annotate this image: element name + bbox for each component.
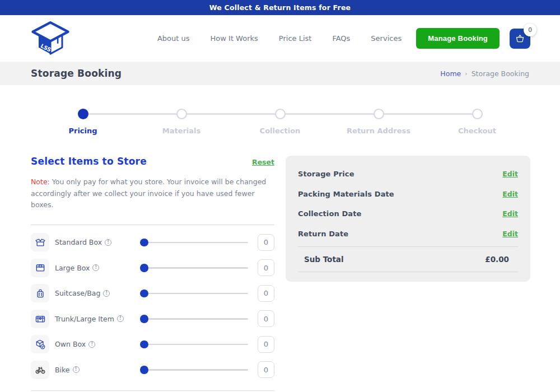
step-materials-label: Materials: [162, 127, 201, 135]
slider-thumb[interactable]: [140, 264, 148, 272]
edit-packing-materials-date-link[interactable]: Edit: [502, 190, 518, 198]
suitcase-slider[interactable]: [140, 289, 248, 298]
slider-thumb[interactable]: [140, 340, 148, 349]
info-icon[interactable]: !: [103, 290, 110, 297]
suitcase-qty-input[interactable]: [258, 285, 274, 302]
step-checkout-dot: [472, 109, 483, 119]
item-selection-panel: Select Items to Store Reset Note: You on…: [31, 156, 274, 392]
edit-return-date-link[interactable]: Edit: [502, 230, 518, 238]
summary-row-label: Storage Price: [298, 170, 354, 178]
info-icon[interactable]: !: [88, 341, 95, 348]
step-pricing[interactable]: Pricing: [34, 109, 132, 135]
standard-box-slider[interactable]: [140, 238, 248, 247]
summary-row-label: Return Date: [298, 230, 348, 238]
slider-thumb[interactable]: [140, 290, 148, 298]
slider-thumb[interactable]: [140, 366, 148, 374]
slider-track[interactable]: [140, 242, 248, 244]
page-title: Storage Booking: [31, 68, 122, 79]
step-checkout-label: Checkout: [458, 127, 496, 135]
item-label: Large Box!: [55, 264, 140, 272]
standard-box-qty-input[interactable]: [258, 234, 274, 251]
trunk-qty-input[interactable]: [258, 310, 274, 327]
main-content: Select Items to Store Reset Note: You on…: [0, 156, 560, 392]
info-icon[interactable]: !: [92, 264, 99, 271]
own-box-slider[interactable]: [140, 340, 248, 349]
breadcrumb: Home › Storage Booking: [440, 69, 529, 78]
own-box-check-icon: [31, 335, 49, 353]
item-row-own-box: Own Box!: [31, 332, 274, 357]
subtotal-value: £0.00: [485, 255, 509, 264]
info-icon[interactable]: !: [117, 315, 124, 322]
booking-summary-panel: Storage Price Edit Packing Materials Dat…: [286, 156, 530, 282]
slider-track[interactable]: [140, 267, 248, 269]
large-box-slider[interactable]: [140, 263, 248, 272]
info-icon[interactable]: !: [105, 239, 111, 246]
note-text: Note: You only pay for what you store. Y…: [31, 176, 274, 211]
slider-track[interactable]: [140, 293, 248, 295]
step-materials[interactable]: Materials: [132, 109, 231, 135]
reset-link[interactable]: Reset: [252, 158, 274, 166]
nav-about-us[interactable]: About us: [157, 34, 190, 43]
nav-how-it-works[interactable]: How It Works: [211, 34, 258, 43]
company-logo-icon[interactable]: LSS: [31, 21, 70, 57]
subtotal-label: Sub Total: [304, 255, 344, 264]
basket-icon: [515, 33, 525, 44]
item-row-standard-box: Standard Box!: [31, 230, 274, 255]
large-box-qty-input[interactable]: [258, 259, 274, 276]
bike-icon: [31, 361, 49, 379]
step-collection-label: Collection: [260, 127, 301, 135]
slider-track[interactable]: [140, 318, 248, 320]
section-title: Select Items to Store: [31, 156, 147, 167]
promo-banner-text: We Collect & Return Items for Free: [209, 3, 351, 12]
subtotal-row: Sub Total £0.00: [298, 247, 518, 272]
item-label: Suitcase/Bag!: [55, 289, 140, 297]
bike-qty-input[interactable]: [258, 361, 274, 378]
slider-track[interactable]: [140, 369, 248, 371]
item-row-suitcase: Suitcase/Bag!: [31, 281, 274, 306]
divider: [31, 390, 274, 391]
slider-track[interactable]: [140, 344, 248, 346]
divider: [31, 225, 274, 225]
slider-thumb[interactable]: [140, 315, 148, 323]
nav-services[interactable]: Services: [371, 34, 402, 43]
step-return-address-dot: [374, 109, 384, 119]
step-collection-dot: [275, 109, 286, 119]
promo-banner: We Collect & Return Items for Free: [0, 0, 560, 15]
note-body: You only pay for what you store. Your in…: [31, 178, 266, 209]
info-icon[interactable]: !: [73, 366, 80, 373]
chevron-right-icon: ›: [465, 70, 467, 77]
trunk-slider[interactable]: [140, 314, 248, 323]
closed-box-icon: [31, 259, 49, 277]
page-title-bar: Storage Booking Home › Storage Booking: [0, 62, 560, 85]
breadcrumb-home-link[interactable]: Home: [440, 69, 461, 78]
bike-slider[interactable]: [140, 365, 248, 374]
suitcase-icon: [31, 284, 49, 302]
nav-faqs[interactable]: FAQs: [332, 34, 350, 43]
step-collection[interactable]: Collection: [231, 109, 329, 135]
item-row-trunk: Trunk/Large Item!: [31, 306, 274, 332]
cart: 0: [510, 29, 530, 49]
own-box-qty-input[interactable]: [258, 336, 274, 353]
edit-collection-date-link[interactable]: Edit: [502, 209, 518, 218]
item-label: Own Box!: [55, 340, 140, 348]
step-pricing-dot: [78, 109, 88, 119]
open-box-icon: [31, 233, 49, 251]
step-return-address[interactable]: Return Address: [329, 109, 428, 135]
summary-row-return-date: Return Date Edit: [298, 230, 518, 238]
site-header: LSS About us How It Works Price List FAQ…: [0, 15, 560, 62]
breadcrumb-current: Storage Booking: [472, 69, 529, 78]
item-row-bike: Bike!: [31, 357, 274, 382]
cart-count-badge: 0: [524, 24, 536, 36]
nav-price-list[interactable]: Price List: [279, 34, 312, 43]
slider-thumb[interactable]: [140, 239, 148, 247]
summary-row-packing-materials-date: Packing Materials Date Edit: [298, 190, 518, 198]
item-label: Standard Box!: [55, 238, 140, 246]
summary-row-collection-date: Collection Date Edit: [298, 209, 518, 218]
manage-booking-button[interactable]: Manage Booking: [416, 28, 500, 49]
edit-storage-price-link[interactable]: Edit: [502, 170, 518, 178]
main-nav: About us How It Works Price List FAQs Se…: [157, 34, 402, 43]
item-row-large-box: Large Box!: [31, 255, 274, 281]
step-checkout[interactable]: Checkout: [428, 109, 526, 135]
item-label: Bike!: [55, 366, 140, 374]
item-label: Trunk/Large Item!: [55, 315, 140, 323]
